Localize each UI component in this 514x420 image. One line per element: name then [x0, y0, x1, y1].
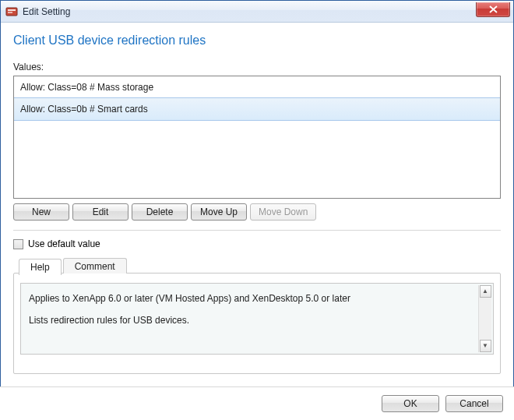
help-text-line: Applies to XenApp 6.0 or later (VM Hoste…: [29, 291, 473, 305]
edit-button[interactable]: Edit: [72, 203, 128, 221]
page-title: Client USB device redirection rules: [13, 34, 501, 48]
scroll-down-icon[interactable]: ▼: [480, 340, 491, 352]
help-text-line: Lists redirection rules for USB devices.: [29, 313, 473, 327]
tab-container: Help Comment Applies to XenApp 6.0 or la…: [13, 273, 501, 374]
svg-rect-2: [8, 12, 12, 13]
list-item-text: Allow: Class=08 # Mass storage: [20, 82, 153, 93]
use-default-label: Use default value: [28, 238, 100, 249]
list-button-row: New Edit Delete Move Up Move Down: [13, 203, 501, 221]
tab-help[interactable]: Help: [19, 259, 62, 275]
svg-rect-1: [8, 9, 16, 11]
list-item-text: Allow: Class=0b # Smart cards: [20, 104, 148, 115]
move-down-button: Move Down: [250, 203, 316, 221]
title-bar: Edit Setting: [1, 1, 513, 23]
use-default-checkbox[interactable]: [13, 239, 23, 249]
dialog-footer: OK Cancel: [0, 386, 514, 420]
use-default-row[interactable]: Use default value: [13, 238, 501, 249]
separator: [13, 230, 501, 231]
new-button[interactable]: New: [13, 203, 69, 221]
cancel-button[interactable]: Cancel: [445, 395, 503, 412]
ok-button[interactable]: OK: [382, 395, 439, 412]
values-listbox[interactable]: Allow: Class=08 # Mass storage Allow: Cl…: [13, 76, 501, 199]
window-title: Edit Setting: [23, 6, 70, 17]
scrollbar[interactable]: ▲ ▼: [478, 285, 491, 352]
dialog-content: Client USB device redirection rules Valu…: [1, 23, 513, 382]
delete-button[interactable]: Delete: [132, 203, 188, 221]
tab-comment[interactable]: Comment: [63, 258, 127, 274]
close-button[interactable]: [476, 2, 510, 17]
tab-strip: Help Comment: [19, 258, 128, 274]
move-up-button[interactable]: Move Up: [191, 203, 247, 221]
scroll-up-icon[interactable]: ▲: [480, 285, 491, 298]
list-item[interactable]: Allow: Class=08 # Mass storage: [14, 76, 500, 98]
values-label: Values:: [13, 62, 501, 72]
app-icon: [5, 5, 18, 18]
help-panel: Applies to XenApp 6.0 or later (VM Hoste…: [20, 283, 494, 355]
list-item[interactable]: Allow: Class=0b # Smart cards: [13, 97, 501, 121]
